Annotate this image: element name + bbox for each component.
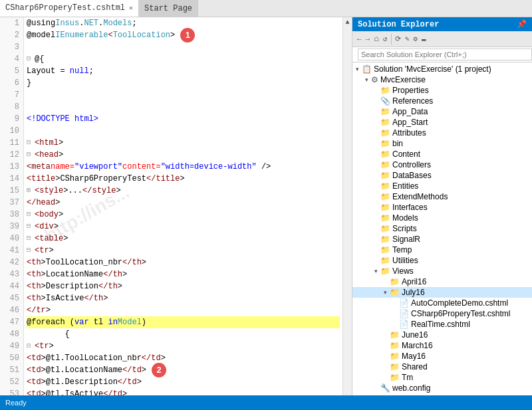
tree-item-mvcexercise[interactable]: ▾⚙ MvcExercise — [352, 74, 532, 85]
tree-item-may16[interactable]: 📁 May16 — [352, 351, 532, 361]
tree-item-temp[interactable]: 📁 Temp — [352, 245, 532, 255]
tree-icon-march16: 📁 — [390, 341, 400, 350]
tree-item-properties[interactable]: 📁 Properties — [352, 85, 532, 96]
code-line-51[interactable]: <td>@tl.LocationName</td>2 — [27, 364, 340, 376]
collapse-btn-41[interactable]: ⊟ — [27, 245, 33, 256]
code-line-43[interactable]: <th>LocationName</th> — [27, 268, 340, 280]
tab-cshtml[interactable]: CSharp6ProperyTest.cshtml ✕ — [0, 0, 139, 17]
code-line-45[interactable]: <th>IsActive</th> — [27, 292, 340, 304]
tree-item-app_start[interactable]: 📁 App_Start — [352, 117, 532, 128]
tree-icon-signalr: 📁 — [380, 235, 390, 244]
collapse-btn-49[interactable]: ⊟ — [27, 340, 33, 352]
tree-item-csharp6[interactable]: 📄 CSharp6ProperyTest.cshtml — [352, 308, 532, 319]
tree-item-bin[interactable]: 📁 bin — [352, 138, 532, 149]
code-line-7[interactable] — [27, 89, 340, 101]
tree-item-interfaces[interactable]: 📁 Interfaces — [352, 202, 532, 213]
tree-icon-june16: 📁 — [390, 330, 400, 340]
tree-item-autocomplete[interactable]: 📄 AutoCompleteDemo.cshtml — [352, 298, 532, 308]
tree-item-app_data[interactable]: 📁 App_Data — [352, 106, 532, 117]
tree-item-shared[interactable]: 📁 Shared — [352, 361, 532, 372]
tree-icon-scripts: 📁 — [380, 224, 390, 233]
tree-item-march16[interactable]: 📁 March16 — [352, 340, 532, 351]
tree-item-controllers[interactable]: 📁 Controllers — [352, 159, 532, 170]
code-line-44[interactable]: <th>Description</th> — [27, 280, 340, 292]
tab-close-icon[interactable]: ✕ — [129, 4, 133, 12]
code-line-11[interactable]: ⊟<html> — [27, 137, 340, 149]
tree-label-mvcexercise: MvcExercise — [380, 75, 426, 84]
code-line-48[interactable]: { — [27, 328, 340, 340]
tree-item-april16[interactable]: 📁 April16 — [352, 276, 532, 287]
toolbar-settings[interactable]: ⚙ — [411, 35, 420, 43]
toolbar-sync[interactable]: ⌂ — [372, 34, 381, 44]
toolbar-refresh[interactable]: ↺ — [381, 35, 390, 43]
collapse-btn-39[interactable]: ⊟ — [27, 221, 33, 233]
code-line-4[interactable]: ⊟@{ — [27, 53, 340, 65]
tree-item-databases[interactable]: 📁 DataBases — [352, 170, 532, 181]
toolbar-collapse[interactable]: ⟳ — [393, 35, 403, 43]
code-line-39[interactable]: ⊟ <div> — [27, 221, 340, 233]
code-line-38[interactable]: ⊟ <body> — [27, 209, 340, 221]
code-line-50[interactable]: <td>@tl.ToolLocation_nbr</td> — [27, 352, 340, 364]
tree-label-extendmethods: ExtendMethods — [392, 192, 448, 201]
code-line-3[interactable] — [27, 41, 340, 53]
code-line-52[interactable]: <td>@tl.Description</td> — [27, 376, 340, 388]
tree-item-signalr[interactable]: 📁 SignalR — [352, 234, 532, 245]
tree-item-solution[interactable]: ▾📋 Solution 'MvcExercise' (1 project) — [352, 64, 532, 74]
code-content[interactable]: @using Insus.NET.Models;@model IEnumerab… — [24, 17, 342, 395]
tree-item-webconfig[interactable]: 🔧 web.config — [352, 383, 532, 393]
code-line-1[interactable]: @using Insus.NET.Models; — [27, 17, 340, 29]
code-line-40[interactable]: ⊟ <table> — [27, 233, 340, 245]
code-line-41[interactable]: ⊟ <tr> — [27, 245, 340, 256]
toolbar-forward[interactable]: → — [364, 35, 372, 43]
tree-item-models[interactable]: 📁 Models — [352, 213, 532, 223]
collapse-btn-15[interactable]: ⊞ — [27, 185, 33, 197]
toolbar-back[interactable]: ← — [355, 35, 364, 43]
tree-item-attributes[interactable]: 📁 Attributes — [352, 128, 532, 138]
code-line-47[interactable]: @foreach (var tl in Model) — [27, 316, 340, 328]
tree-label-utilities: Utilities — [392, 256, 418, 265]
tree-label-webconfig: web.config — [392, 383, 430, 393]
collapse-btn-38[interactable]: ⊟ — [27, 209, 33, 221]
tree-item-tm[interactable]: 📁 Tm — [352, 372, 532, 383]
code-line-37[interactable]: </head> — [27, 197, 340, 209]
tree-label-march16: March16 — [402, 341, 433, 350]
code-line-9[interactable]: <!DOCTYPE html> — [27, 113, 340, 125]
code-line-8[interactable] — [27, 101, 340, 113]
tree-item-july16[interactable]: ▾📁 July16 — [352, 287, 532, 298]
code-line-14[interactable]: <title>CSharp6ProperyTest</title> — [27, 173, 340, 185]
code-line-49[interactable]: ⊟ <tr> — [27, 340, 340, 352]
collapse-btn-11[interactable]: ⊟ — [27, 137, 33, 149]
code-line-6[interactable]: } — [27, 77, 340, 89]
collapse-btn-40[interactable]: ⊟ — [27, 233, 33, 245]
collapse-btn-4[interactable]: ⊟ — [27, 53, 33, 65]
toolbar-minimize[interactable]: ▬ — [420, 35, 428, 43]
tree-label-databases: DataBases — [392, 171, 432, 180]
tab-startpage[interactable]: Start Page — [139, 0, 198, 17]
code-line-46[interactable]: </tr> — [27, 304, 340, 316]
collapse-btn-12[interactable]: ⊟ — [27, 149, 33, 161]
tree-icon-databases: 📁 — [380, 171, 390, 180]
tree-item-references[interactable]: 📎 References — [352, 96, 532, 106]
tree-item-content[interactable]: 📁 Content — [352, 149, 532, 159]
solution-header-pin[interactable]: 📌 — [517, 19, 527, 29]
code-line-5[interactable]: Layout = null; — [27, 65, 340, 77]
toolbar-properties[interactable]: ✎ — [403, 35, 412, 43]
code-line-13[interactable]: <meta name="viewport" content="width=dev… — [27, 161, 340, 173]
tab-cshtml-label: CSharp6ProperyTest.cshtml — [5, 3, 125, 13]
tree-item-june16[interactable]: 📁 June16 — [352, 330, 532, 340]
tree-item-realtime[interactable]: 📄 RealTime.cshtml — [352, 319, 532, 330]
tree-item-scripts[interactable]: 📁 Scripts — [352, 223, 532, 234]
code-line-15[interactable]: ⊞ <style>...</style> — [27, 185, 340, 197]
tree-item-views[interactable]: ▾📁 Views — [352, 266, 532, 276]
code-line-53[interactable]: <td>@tl.IsActive</td> — [27, 388, 340, 395]
code-line-42[interactable]: <th>ToolLocation_nbr</th> — [27, 256, 340, 268]
solution-search-input[interactable] — [358, 49, 532, 60]
scroll-up-btn[interactable]: ▲ — [345, 19, 349, 26]
code-line-10[interactable] — [27, 125, 340, 137]
code-line-2[interactable]: @model IEnumerable<ToolLocation>1 — [27, 29, 340, 41]
tree-item-entities[interactable]: 📁 Entities — [352, 181, 532, 191]
tree-item-utilities[interactable]: 📁 Utilities — [352, 255, 532, 266]
tree-item-extendmethods[interactable]: 📁 ExtendMethods — [352, 191, 532, 202]
code-line-12[interactable]: ⊟ <head> — [27, 149, 340, 161]
tree-label-july16: July16 — [402, 288, 425, 297]
